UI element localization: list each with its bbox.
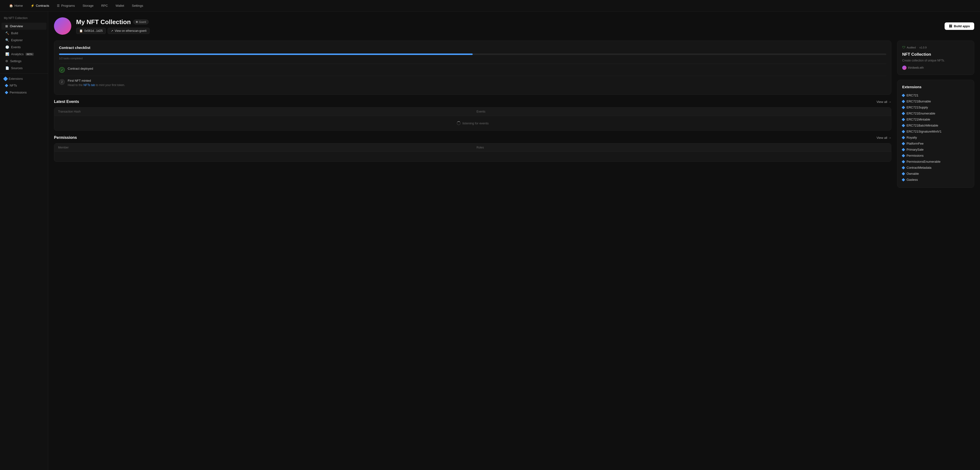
events-col-events: Events [473,107,891,116]
extensions-header: Extensions [0,76,48,82]
events-section-header: Latest Events View all → [54,100,891,104]
extension-item: PlatformFee [902,140,969,147]
extension-diamond-icon [902,130,905,133]
extension-item: ERC721SignatureMintV1 [902,129,969,134]
extension-diamond-icon [902,148,905,151]
nfts-tab-link[interactable]: NFTs tab [83,83,95,87]
extension-item: ERC721Supply [902,104,969,110]
nft-card-desc: Create collection of unique NFTs. [902,59,969,62]
arrow-right-icon: → [888,100,891,104]
extension-item: PermissionsEnumerable [902,159,969,165]
explorer-icon: 🔍 [5,38,9,42]
extensions-panel-title: Extensions [902,85,969,89]
events-table-header: Transaction Hash Events [54,107,891,116]
listening-indicator: listening for events [457,121,488,125]
permissions-col-roles: Roles [473,143,891,151]
extension-item: ERC721 [902,92,969,98]
extension-diamond-icon [902,100,905,103]
main-layout: My NFT Collection ⊞ Overview 🔨 Build 🔍 E… [0,11,980,470]
contract-name: My NFT Collection Goerli [76,18,940,26]
permissions-col-member: Member [54,143,473,151]
build-icon: 🔨 [5,31,9,35]
diamond-icon [3,76,8,81]
permissions-section: Permissions View all → Member Roles [54,135,891,162]
permissions-section-header: Permissions View all → [54,135,891,140]
settings-icon: ⚙ [5,59,8,63]
build-apps-icon: 🖼 [949,24,952,28]
programs-icon: ☰ [57,4,60,8]
progress-bar-fill [59,54,473,55]
permissions-table: Member Roles [54,143,891,162]
nft-card-meta: 🛡 Audited · v1.0.9 [902,46,969,49]
contract-avatar [54,18,71,35]
tasks-label: 1/2 tasks completed [59,57,886,60]
sidebar-item-nfts[interactable]: NFTs [2,82,46,89]
contract-header: My NFT Collection Goerli 📋 0x561d...1d25… [54,18,974,35]
checklist-panel: Contract checklist 1/2 tasks completed ✓… [54,40,891,95]
external-link-icon: ↗ [111,29,113,33]
sidebar-item-events[interactable]: 🕐 Events [2,44,46,51]
checklist-title: Contract checklist [59,46,886,49]
top-nav: 🏠 Home ⚡ Contracts ☰ Programs Storage RP… [0,0,980,11]
events-table: Transaction Hash Events listening for ev… [54,107,891,131]
network-badge: Goerli [133,19,149,24]
extension-item: Gasless [902,177,969,183]
nav-wallet[interactable]: Wallet [112,2,128,9]
checklist-item-deployed-text: Contract deployed [68,67,93,71]
shield-icon: 🛡 [902,46,905,49]
sidebar-item-settings[interactable]: ⚙ Settings [2,57,46,65]
analytics-icon: 📊 [5,52,9,56]
sidebar-divider [0,73,48,74]
progress-bar-wrap [59,54,886,55]
author-row: thirdweb.eth [902,65,969,70]
nav-programs[interactable]: ☰ Programs [54,2,78,9]
extension-diamond-icon [902,142,905,145]
sidebar-breadcrumb: My NFT Collection [0,16,48,23]
address-chip-etherscan[interactable]: ↗ View on etherscan-goerli [108,28,150,34]
extension-item: ERC721Burnable [902,98,969,104]
checklist-item-mint-text: First NFT minted Head to the NFTs tab to… [68,79,125,87]
build-apps-button[interactable]: 🖼 Build apps [945,22,974,30]
extensions-list: ERC721ERC721BurnableERC721SupplyERC721En… [902,92,969,183]
extension-item: Ownable [902,170,969,177]
contract-title-area: My NFT Collection Goerli 📋 0x561d...1d25… [76,18,940,34]
extension-diamond-icon [902,172,905,175]
checklist-item-deployed: ✓ Contract deployed [59,64,886,76]
nav-contracts[interactable]: ⚡ Contracts [27,2,53,9]
check-icon: ✓ [59,67,65,73]
checklist-item-mint: 2 First NFT minted Head to the NFTs tab … [59,76,886,90]
sidebar-item-build[interactable]: 🔨 Build [2,30,46,37]
permissions-title: Permissions [54,135,77,140]
sidebar-item-permissions[interactable]: Permissions [2,89,46,96]
nav-settings[interactable]: Settings [129,2,146,9]
sidebar-item-analytics[interactable]: 📊 Analytics BETA [2,51,46,57]
sidebar-item-explorer[interactable]: 🔍 Explorer [2,37,46,44]
events-view-all-link[interactable]: View all → [877,100,891,104]
author-avatar [902,65,907,70]
address-chip-copy[interactable]: 📋 0x561d...1d25 [76,28,106,34]
loading-spinner [457,121,461,125]
permissions-diamond-icon [5,91,8,94]
nav-home[interactable]: 🏠 Home [6,2,26,9]
permissions-table-header: Member Roles [54,143,891,152]
events-title: Latest Events [54,100,79,104]
two-col-layout: Contract checklist 1/2 tasks completed ✓… [54,40,974,188]
sidebar-item-sources[interactable]: 📄 Sources [2,65,46,72]
extension-item: ERC721Mintable [902,116,969,123]
step-number-2: 2 [59,79,65,85]
main-content: My NFT Collection Goerli 📋 0x561d...1d25… [48,11,980,470]
checklist-item-mint-desc: Head to the NFTs tab to mint your first … [68,83,125,87]
extension-item: ERC721Enumerable [902,110,969,116]
extension-item: PrimarySale [902,147,969,153]
events-table-body: listening for events [54,116,891,131]
permissions-view-all-link[interactable]: View all → [877,136,891,140]
nav-rpc[interactable]: RPC [98,2,111,9]
home-icon: 🏠 [9,4,13,8]
sidebar-item-overview[interactable]: ⊞ Overview [2,23,46,30]
nft-card-title: NFT Collection [902,52,969,57]
nav-storage[interactable]: Storage [79,2,97,9]
extension-diamond-icon [902,105,905,109]
extension-diamond-icon [902,136,905,139]
extension-diamond-icon [902,118,905,121]
analytics-beta-badge: BETA [25,53,34,56]
